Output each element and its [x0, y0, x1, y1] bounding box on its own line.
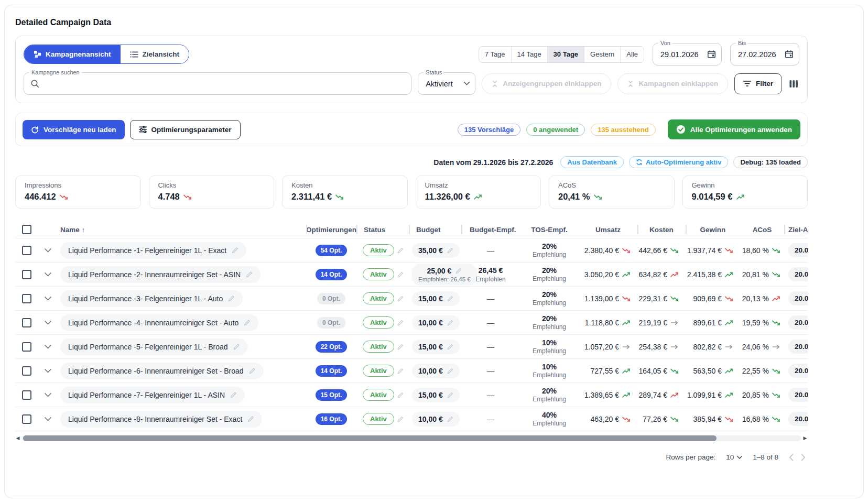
expand-row-icon[interactable]: [38, 248, 57, 253]
range-alle[interactable]: Alle: [620, 47, 644, 62]
expand-row-icon[interactable]: [38, 417, 57, 421]
select-all-checkbox[interactable]: [22, 225, 31, 234]
edit-name-icon[interactable]: [232, 247, 238, 254]
row-checkbox[interactable]: [22, 366, 31, 376]
optimizations-badge[interactable]: 22 Opt.: [316, 341, 348, 353]
budget-value[interactable]: 10,00 €: [412, 315, 460, 330]
row-checkbox[interactable]: [22, 294, 31, 303]
expand-row-icon[interactable]: [38, 369, 57, 373]
campaign-name[interactable]: Liquid Performance -1- Felgenreiniger 1L…: [60, 242, 246, 259]
optimizations-badge[interactable]: 0 Opt.: [317, 293, 345, 304]
range-gestern[interactable]: Gestern: [584, 47, 620, 62]
row-checkbox[interactable]: [22, 246, 31, 255]
column-header-gewinn[interactable]: Gewinn: [686, 226, 740, 234]
next-page-icon[interactable]: [801, 454, 806, 461]
edit-status-icon[interactable]: [397, 296, 404, 302]
campaign-name[interactable]: Liquid Performance -2- Innenraumreiniger…: [60, 266, 261, 283]
edit-status-icon[interactable]: [397, 416, 404, 422]
edit-status-icon[interactable]: [397, 247, 404, 254]
optimizations-badge[interactable]: 0 Opt.: [317, 317, 345, 329]
column-header-status[interactable]: Status: [356, 226, 409, 234]
calendar-icon[interactable]: [785, 50, 794, 59]
range-30-tage[interactable]: 30 Tage: [547, 47, 584, 62]
edit-budget-icon[interactable]: [447, 320, 453, 326]
column-header-tos-empf[interactable]: TOS-Empf.: [520, 226, 579, 234]
edit-name-icon[interactable]: [246, 271, 253, 278]
row-checkbox[interactable]: [22, 318, 31, 327]
collapse-campaigns-button[interactable]: Kampagnen einklappen: [617, 73, 728, 94]
expand-row-icon[interactable]: [38, 272, 57, 277]
row-checkbox[interactable]: [22, 390, 31, 400]
edit-status-icon[interactable]: [397, 368, 404, 374]
row-checkbox[interactable]: [22, 270, 31, 279]
edit-status-icon[interactable]: [397, 320, 404, 326]
collapse-adgroups-button[interactable]: Anzeigengruppen einklappen: [482, 73, 611, 94]
budget-value[interactable]: 15,00 €: [412, 388, 460, 402]
edit-name-icon[interactable]: [247, 415, 254, 422]
tab-kampagnenansicht[interactable]: Kampagnenansicht: [24, 45, 121, 63]
campaign-name[interactable]: Liquid Performance -7- Felgenreiniger 1L…: [60, 387, 245, 403]
budget-value[interactable]: 10,00 €: [412, 364, 460, 378]
optimizations-badge[interactable]: 16 Opt.: [316, 413, 348, 425]
campaign-search-field[interactable]: Kampagne suchen: [24, 72, 411, 95]
column-settings-button[interactable]: [788, 79, 799, 89]
column-header-kosten[interactable]: Kosten: [637, 226, 686, 234]
apply-all-optimizations-button[interactable]: Alle Optimierungen anwenden: [668, 119, 800, 139]
reload-suggestions-button[interactable]: Vorschläge neu laden: [23, 120, 125, 139]
date-to-field[interactable]: Bis 27.02.2026: [730, 43, 799, 65]
tab-zielansicht[interactable]: Zielansicht: [121, 45, 189, 63]
edit-name-icon[interactable]: [233, 343, 240, 350]
column-header-name[interactable]: Name↑: [57, 226, 306, 234]
edit-budget-icon[interactable]: [447, 392, 453, 398]
expand-row-icon[interactable]: [38, 393, 57, 397]
edit-budget-icon[interactable]: [447, 296, 453, 302]
optimization-params-button[interactable]: Optimierungsparameter: [130, 120, 241, 139]
previous-page-icon[interactable]: [789, 454, 794, 461]
column-header-budget[interactable]: Budget: [409, 226, 461, 234]
scrollbar-track[interactable]: [22, 435, 801, 441]
edit-name-icon[interactable]: [230, 391, 237, 398]
optimizations-badge[interactable]: 54 Opt.: [316, 245, 348, 256]
scroll-right-icon[interactable]: ▶: [802, 435, 808, 441]
range-7-tage[interactable]: 7 Tage: [479, 47, 511, 62]
campaign-name[interactable]: Liquid Performance -4- Innenraumreiniger…: [60, 314, 258, 331]
filter-button[interactable]: Filter: [734, 73, 782, 94]
row-checkbox[interactable]: [22, 342, 31, 352]
campaign-name[interactable]: Liquid Performance -3- Felgenreiniger 1L…: [60, 290, 243, 307]
column-header-budget-empf[interactable]: Budget-Empf.: [461, 226, 520, 234]
status-select[interactable]: Status Aktiviert: [418, 72, 475, 95]
search-input[interactable]: [44, 80, 405, 88]
optimizations-badge[interactable]: 14 Opt.: [316, 269, 348, 280]
column-header-umsatz[interactable]: Umsatz: [579, 226, 637, 234]
campaign-name[interactable]: Liquid Performance -8- Innenraumreiniger…: [60, 411, 262, 428]
edit-budget-icon[interactable]: [447, 416, 453, 422]
scrollbar-thumb[interactable]: [23, 435, 717, 441]
edit-status-icon[interactable]: [397, 392, 404, 398]
range-14-tage[interactable]: 14 Tage: [511, 47, 547, 62]
column-header-optimierungen[interactable]: Optimierungen: [306, 226, 356, 234]
column-header-ziel-acos[interactable]: Ziel-ACoS: [784, 226, 808, 234]
budget-value[interactable]: 35,00 €: [412, 243, 460, 258]
campaign-name[interactable]: Liquid Performance -5- Felgenreiniger 1L…: [60, 338, 248, 355]
campaign-name[interactable]: Liquid Performance -6- Innenraumreiniger…: [60, 363, 264, 379]
expand-row-icon[interactable]: [38, 345, 57, 349]
scroll-left-icon[interactable]: ◀: [15, 435, 20, 441]
expand-row-icon[interactable]: [38, 297, 57, 301]
budget-value[interactable]: 15,00 €: [412, 291, 460, 306]
edit-budget-icon[interactable]: [447, 247, 453, 254]
edit-name-icon[interactable]: [249, 367, 256, 374]
optimizations-badge[interactable]: 14 Opt.: [316, 365, 348, 377]
budget-value[interactable]: 15,00 €: [412, 340, 460, 354]
edit-budget-icon[interactable]: [447, 368, 453, 374]
edit-name-icon[interactable]: [244, 319, 251, 326]
column-header-acos[interactable]: ACoS: [740, 226, 784, 234]
row-checkbox[interactable]: [22, 414, 31, 424]
edit-status-icon[interactable]: [397, 344, 404, 350]
expand-row-icon[interactable]: [38, 321, 57, 325]
edit-name-icon[interactable]: [228, 295, 235, 302]
rows-per-page-select[interactable]: 10: [726, 453, 742, 461]
date-from-field[interactable]: Von 29.01.2026: [653, 43, 722, 65]
optimizations-badge[interactable]: 15 Opt.: [316, 389, 348, 401]
edit-budget-icon[interactable]: [447, 344, 453, 350]
calendar-icon[interactable]: [707, 50, 716, 59]
